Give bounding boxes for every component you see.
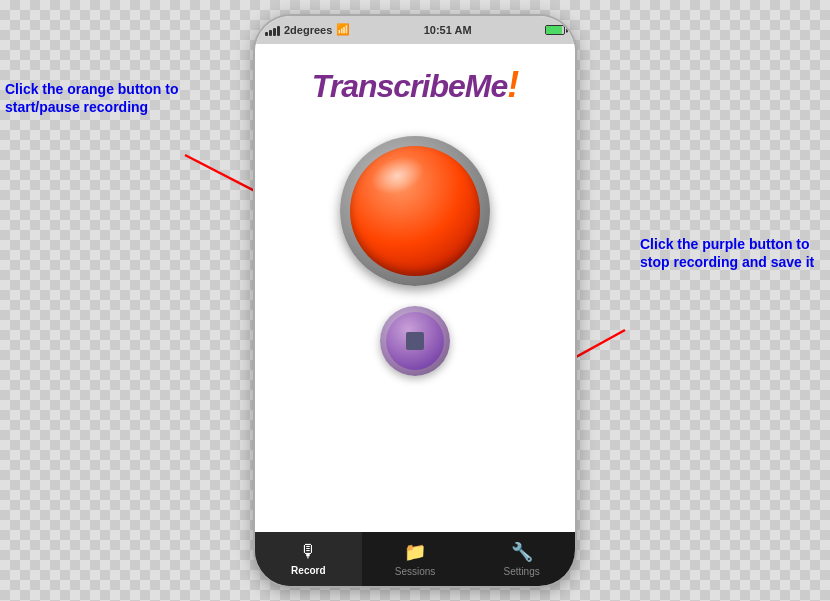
status-time: 10:51 AM xyxy=(424,24,472,36)
annotation-purple: Click the purple button to stop recordin… xyxy=(640,235,825,271)
status-left: 2degrees 📶 xyxy=(265,23,350,36)
sessions-tab-icon: 📁 xyxy=(404,541,426,563)
logo-transcribeme: TranscribeMe xyxy=(312,68,508,104)
phone-frame: 2degrees 📶 10:51 AM TranscribeMe! xyxy=(255,16,575,586)
stop-button-inner[interactable] xyxy=(386,312,444,370)
tab-record[interactable]: 🎙 Record xyxy=(255,532,362,586)
battery-fill xyxy=(546,26,562,34)
app-content: TranscribeMe! xyxy=(255,44,575,532)
status-right xyxy=(545,25,565,35)
stop-button-outer[interactable] xyxy=(380,306,450,376)
outer-wrapper: Click the orange button to start/pause r… xyxy=(0,0,830,601)
record-button-outer[interactable] xyxy=(340,136,490,286)
signal-bar-4 xyxy=(277,26,280,36)
carrier-name: 2degrees xyxy=(284,24,332,36)
annotation-orange: Click the orange button to start/pause r… xyxy=(5,80,185,116)
tab-sessions[interactable]: 📁 Sessions xyxy=(362,532,469,586)
tab-settings[interactable]: 🔧 Settings xyxy=(468,532,575,586)
battery-icon xyxy=(545,25,565,35)
signal-bar-2 xyxy=(269,30,272,36)
record-button-shine xyxy=(366,149,430,201)
signal-bars xyxy=(265,24,280,36)
settings-tab-icon: 🔧 xyxy=(511,541,533,563)
record-button-inner[interactable] xyxy=(350,146,480,276)
logo-exclaim: ! xyxy=(507,64,518,105)
logo-area: TranscribeMe! xyxy=(312,64,519,106)
sessions-tab-label: Sessions xyxy=(395,566,436,577)
signal-bar-1 xyxy=(265,32,268,36)
settings-tab-label: Settings xyxy=(504,566,540,577)
record-button-wrap xyxy=(340,136,490,286)
status-bar: 2degrees 📶 10:51 AM xyxy=(255,16,575,44)
record-tab-icon: 🎙 xyxy=(299,541,317,562)
stop-button-wrap xyxy=(380,306,450,376)
wifi-icon: 📶 xyxy=(336,23,350,36)
tab-bar: 🎙 Record 📁 Sessions 🔧 Settings xyxy=(255,532,575,586)
logo-text: TranscribeMe! xyxy=(312,68,519,104)
record-tab-label: Record xyxy=(291,565,325,576)
stop-icon xyxy=(406,332,424,350)
signal-bar-3 xyxy=(273,28,276,36)
